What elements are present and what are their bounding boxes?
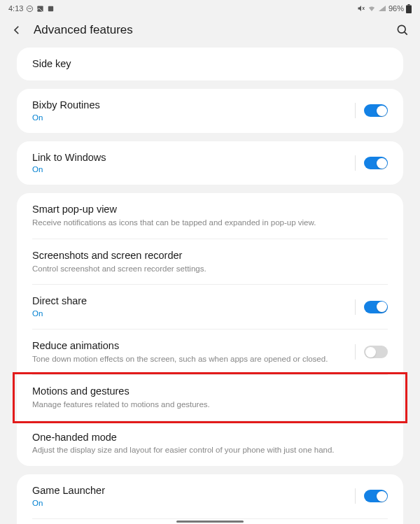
clock: 4:13: [8, 4, 23, 13]
toggle-game-launcher[interactable]: [364, 490, 388, 502]
setting-row-game-launcher[interactable]: Game LauncherOn: [17, 474, 403, 518]
gallery-icon: [36, 5, 44, 13]
settings-group: Game LauncherOnDual MessengerSign in to …: [17, 474, 403, 524]
setting-row-side-key[interactable]: Side key: [17, 48, 403, 80]
back-button[interactable]: [10, 23, 24, 37]
toggle-wrap: [355, 155, 388, 171]
svg-rect-2: [48, 6, 53, 10]
toggle-wrap: [355, 299, 388, 315]
toggle-separator: [355, 344, 356, 360]
settings-group: Link to WindowsOn: [17, 141, 403, 185]
setting-row-motions-and-gestures[interactable]: Motions and gesturesManage features rela…: [17, 375, 403, 420]
row-title: Bixby Routines: [32, 99, 355, 112]
row-status: On: [32, 113, 355, 123]
row-title: Smart pop-up view: [32, 203, 388, 216]
toggle-bixby-routines[interactable]: [364, 104, 388, 117]
settings-group: Smart pop-up viewReceive notifications a…: [17, 193, 403, 466]
status-bar: 4:13 96%: [0, 0, 420, 17]
signal-icon: [378, 4, 386, 13]
row-subtitle: Receive notifications as icons that can …: [32, 218, 388, 229]
toggle-separator: [355, 155, 356, 171]
page-title: Advanced features: [34, 23, 385, 37]
row-body: Side key: [32, 57, 388, 71]
svg-rect-4: [408, 4, 410, 6]
row-title: Screenshots and screen recorder: [32, 249, 388, 262]
home-indicator[interactable]: [176, 521, 244, 523]
row-title: Game Launcher: [32, 484, 355, 497]
toggle-wrap: [355, 488, 388, 504]
row-subtitle: Tone down motion effects on the screen, …: [32, 354, 355, 365]
notification-icon: [47, 5, 55, 13]
settings-group: Side key: [17, 48, 403, 80]
status-left: 4:13: [8, 4, 55, 13]
row-title: Motions and gestures: [32, 385, 388, 398]
row-title: One-handed mode: [32, 431, 388, 444]
wifi-icon: [368, 4, 376, 13]
toggle-wrap: [355, 103, 388, 118]
setting-row-smart-pop-up-view[interactable]: Smart pop-up viewReceive notifications a…: [17, 193, 403, 238]
settings-group: Bixby RoutinesOn: [17, 89, 403, 133]
toggle-direct-share[interactable]: [364, 301, 388, 313]
row-title: Reduce animations: [32, 339, 355, 353]
toggle-knob: [365, 347, 376, 357]
row-status: On: [32, 498, 355, 509]
toggle-knob: [377, 106, 387, 116]
row-status: On: [32, 309, 355, 319]
row-title: Link to Windows: [32, 151, 355, 164]
svg-rect-3: [406, 5, 412, 13]
row-body: Smart pop-up viewReceive notifications a…: [32, 203, 388, 228]
setting-row-link-to-windows[interactable]: Link to WindowsOn: [17, 141, 403, 185]
header: Advanced features: [0, 17, 420, 48]
row-subtitle: Control screenshot and screen recorder s…: [32, 264, 388, 275]
row-status: On: [32, 164, 355, 175]
svg-point-5: [398, 25, 405, 33]
row-body: Game LauncherOn: [32, 484, 355, 509]
toggle-separator: [355, 103, 356, 118]
search-button[interactable]: [395, 22, 410, 38]
toggle-link-to-windows[interactable]: [364, 157, 388, 169]
setting-row-bixby-routines[interactable]: Bixby RoutinesOn: [17, 89, 403, 133]
row-body: One-handed modeAdjust the display size a…: [32, 431, 388, 456]
mute-icon: [357, 4, 365, 13]
row-body: Bixby RoutinesOn: [32, 99, 355, 123]
row-body: Reduce animationsTone down motion effect…: [32, 339, 355, 364]
setting-row-screenshots-and-screen-recorder[interactable]: Screenshots and screen recorderControl s…: [17, 239, 403, 284]
row-body: Direct shareOn: [32, 295, 355, 319]
toggle-wrap: [355, 344, 388, 360]
status-right: 96%: [357, 4, 412, 13]
toggle-reduce-animations[interactable]: [364, 346, 388, 358]
messenger-icon: [26, 5, 34, 13]
setting-row-direct-share[interactable]: Direct shareOn: [17, 285, 403, 329]
toggle-separator: [355, 299, 356, 315]
setting-row-one-handed-mode[interactable]: One-handed modeAdjust the display size a…: [17, 421, 403, 466]
row-subtitle: Adjust the display size and layout for e…: [32, 445, 388, 456]
toggle-separator: [355, 488, 356, 504]
row-title: Direct share: [32, 295, 355, 308]
toggle-knob: [377, 491, 387, 502]
row-body: Screenshots and screen recorderControl s…: [32, 249, 388, 274]
setting-row-reduce-animations[interactable]: Reduce animationsTone down motion effect…: [17, 330, 403, 374]
battery-percent: 96%: [388, 4, 404, 13]
row-body: Link to WindowsOn: [32, 151, 355, 176]
search-icon: [396, 23, 410, 37]
toggle-knob: [377, 302, 387, 312]
row-subtitle: Manage features related to motions and g…: [32, 399, 388, 411]
row-title: Side key: [32, 57, 388, 71]
battery-icon: [406, 4, 412, 13]
row-body: Motions and gesturesManage features rela…: [32, 385, 388, 410]
settings-list: Side keyBixby RoutinesOnLink to WindowsO…: [0, 48, 420, 524]
toggle-knob: [377, 158, 387, 169]
chevron-left-icon: [10, 24, 23, 36]
